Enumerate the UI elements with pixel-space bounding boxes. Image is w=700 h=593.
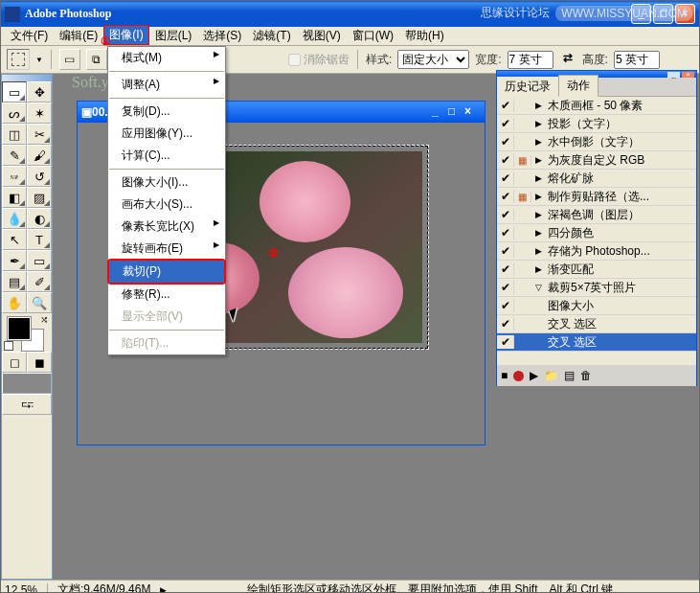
menu-filter[interactable]: 滤镜(T)	[247, 26, 296, 46]
mi-pixel-ratio[interactable]: 像素长宽比(X)	[108, 216, 225, 238]
width-input[interactable]	[508, 51, 553, 69]
mi-canvas-size[interactable]: 画布大小(S)...	[108, 194, 225, 216]
toggle-check[interactable]: ✔	[497, 226, 514, 239]
lasso-tool[interactable]: ᔕ	[2, 103, 27, 124]
menu-layer[interactable]: 图层(L)	[149, 26, 198, 46]
action-row[interactable]: ✔▶存储为 Photoshop...	[497, 242, 696, 261]
eyedropper-tool[interactable]: ✐	[27, 271, 52, 292]
swap-colors-icon[interactable]: ⤭	[40, 314, 48, 325]
expand-icon[interactable]: ▶	[531, 192, 545, 201]
height-input[interactable]	[614, 51, 660, 69]
panel-minimize[interactable]: _	[667, 72, 680, 78]
screen-std[interactable]	[2, 373, 52, 394]
mi-trim[interactable]: 修整(R)...	[108, 284, 225, 306]
style-select[interactable]: 固定大小	[397, 50, 469, 69]
action-row[interactable]: ✔交叉 选区	[497, 333, 696, 352]
dialog-toggle[interactable]: ▦	[514, 192, 531, 202]
expand-icon[interactable]: ▶	[531, 155, 545, 165]
toggle-check[interactable]: ✔	[497, 299, 514, 312]
swap-wh-icon[interactable]: ⇄	[559, 51, 576, 68]
expand-icon[interactable]: ▶	[531, 119, 545, 128]
toggle-check[interactable]: ✔	[497, 317, 514, 331]
type-tool[interactable]: T	[27, 229, 52, 250]
expand-icon[interactable]: ▶	[531, 210, 545, 219]
mi-calc[interactable]: 计算(C)...	[108, 145, 225, 167]
dialog-toggle[interactable]: ▦	[514, 155, 531, 166]
slice-tool[interactable]: ✂	[27, 124, 52, 145]
menu-window[interactable]: 窗口(W)	[347, 26, 399, 46]
action-row[interactable]: ✔▶熔化矿脉	[497, 170, 696, 188]
action-row[interactable]: ✔▦▶为灰度自定义 RGB	[497, 151, 696, 170]
trash-icon[interactable]: 🗑	[580, 369, 592, 382]
menu-edit[interactable]: 编辑(E)	[54, 26, 103, 46]
action-row[interactable]: ✔图像大小	[497, 297, 696, 315]
toggle-check[interactable]: ✔	[497, 171, 514, 185]
menu-help[interactable]: 帮助(H)	[399, 26, 450, 46]
new-set-icon[interactable]: 📁	[544, 369, 558, 382]
mi-mode[interactable]: 模式(M)	[108, 47, 225, 69]
tab-history[interactable]: 历史记录	[497, 77, 558, 97]
expand-icon[interactable]: ▶	[531, 228, 545, 238]
stamp-tool[interactable]: ⎃	[2, 166, 27, 187]
new-action-icon[interactable]: ▤	[564, 369, 575, 382]
toggle-check[interactable]: ✔	[497, 208, 514, 221]
mi-adjust[interactable]: 调整(A)	[108, 74, 225, 96]
toggle-check[interactable]: ✔	[497, 244, 514, 258]
expand-icon[interactable]: ▶	[531, 173, 545, 183]
mi-apply-image[interactable]: 应用图像(Y)...	[108, 123, 225, 145]
sel-new-icon[interactable]: ▭	[59, 49, 80, 70]
toggle-check[interactable]: ✔	[497, 281, 514, 294]
history-brush-tool[interactable]: ↺	[27, 166, 52, 187]
action-row[interactable]: ✔▦▶制作剪贴路径（选...	[497, 188, 696, 206]
mi-rotate[interactable]: 旋转画布(E)	[108, 238, 225, 260]
menu-select[interactable]: 选择(S)	[197, 26, 247, 46]
sel-add-icon[interactable]: ⧉	[86, 49, 107, 70]
tool-preset[interactable]	[7, 49, 30, 70]
fg-color[interactable]	[8, 317, 31, 340]
toggle-check[interactable]: ✔	[497, 153, 514, 167]
wand-tool[interactable]: ✶	[27, 103, 52, 124]
eraser-tool[interactable]: ◧	[2, 187, 27, 208]
mi-duplicate[interactable]: 复制(D)...	[108, 101, 225, 123]
expand-icon[interactable]: ▶	[531, 137, 545, 147]
gradient-tool[interactable]: ▨	[27, 187, 52, 208]
mi-image-size[interactable]: 图像大小(I)...	[108, 171, 225, 194]
default-colors-icon[interactable]	[4, 341, 13, 351]
brush-tool[interactable]: 🖌	[27, 145, 52, 166]
action-row[interactable]: ✔▶深褐色调（图层）	[497, 206, 696, 224]
expand-icon[interactable]: ▶	[531, 246, 545, 256]
status-menu-icon[interactable]: ▶	[160, 585, 167, 594]
toggle-check[interactable]: ✔	[497, 335, 514, 349]
blur-tool[interactable]: 💧	[2, 208, 27, 229]
action-row[interactable]: ✔交叉 选区	[497, 315, 696, 333]
doc-maximize[interactable]: □	[448, 104, 464, 121]
zoom-level[interactable]: 12.5%	[5, 583, 48, 594]
move-tool[interactable]: ✥	[27, 81, 52, 103]
heal-tool[interactable]: ✎	[2, 145, 27, 166]
record-icon[interactable]	[513, 371, 524, 381]
standard-mode[interactable]: ◻	[2, 352, 27, 373]
menu-file[interactable]: 文件(F)	[5, 26, 54, 46]
zoom-tool[interactable]: 🔍	[27, 292, 52, 313]
menu-view[interactable]: 视图(V)	[297, 26, 347, 46]
toggle-check[interactable]: ✔	[497, 99, 514, 112]
doc-close[interactable]: ×	[464, 104, 481, 121]
panel-close[interactable]: ×	[682, 72, 694, 78]
hand-tool[interactable]: ✋	[2, 292, 27, 313]
marquee-tool[interactable]: ▭	[2, 81, 27, 103]
shape-tool[interactable]: ▭	[27, 250, 52, 271]
toggle-check[interactable]: ✔	[497, 190, 514, 203]
notes-tool[interactable]: ▤	[2, 271, 27, 292]
toggle-check[interactable]: ✔	[497, 262, 514, 276]
pen-tool[interactable]: ✒	[2, 250, 27, 271]
play-icon[interactable]: ▶	[530, 369, 538, 382]
jump-to[interactable]: ⮓	[2, 394, 52, 415]
action-row[interactable]: ✔▽裁剪5×7英寸照片	[497, 279, 696, 297]
expand-icon[interactable]: ▽	[531, 283, 545, 292]
action-row[interactable]: ✔▶四分颜色	[497, 224, 696, 242]
expand-icon[interactable]: ▶	[531, 264, 545, 274]
stop-icon[interactable]: ■	[501, 369, 508, 382]
action-row[interactable]: ✔▶水中倒影（文字）	[497, 133, 696, 151]
action-row[interactable]: ✔▶渐变匹配	[497, 261, 696, 279]
path-tool[interactable]: ↖	[2, 229, 27, 250]
